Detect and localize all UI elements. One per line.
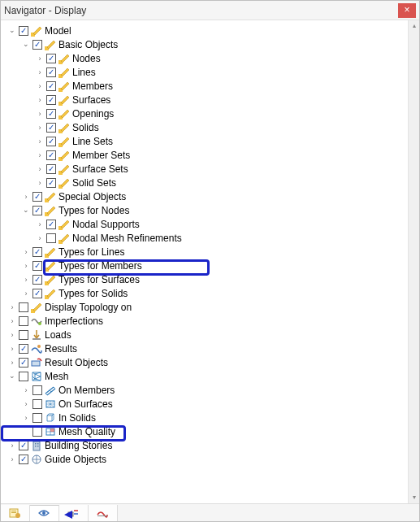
checkbox[interactable] [46, 95, 56, 105]
expand-toggle[interactable] [7, 302, 17, 312]
expand-toggle[interactable] [21, 385, 31, 395]
tree-item-types-for-lines[interactable]: Types for Lines [7, 245, 406, 259]
checkbox[interactable] [32, 399, 42, 409]
checkbox[interactable] [32, 275, 42, 285]
checkbox[interactable] [46, 164, 56, 174]
tree-item-solid-sets[interactable]: Solid Sets [7, 176, 406, 189]
checkbox[interactable] [19, 316, 28, 326]
expand-toggle[interactable] [35, 123, 45, 133]
expand-toggle[interactable] [7, 26, 17, 36]
scroll-down-icon[interactable]: ▾ [409, 492, 419, 503]
expand-toggle[interactable] [35, 54, 45, 63]
checkbox[interactable] [19, 372, 28, 381]
expand-toggle[interactable] [21, 206, 31, 215]
expand-toggle[interactable] [21, 192, 31, 202]
expand-toggle[interactable] [21, 399, 31, 409]
checkbox[interactable] [32, 261, 42, 271]
checkbox[interactable] [19, 455, 28, 464]
tree-item-lines[interactable]: Lines [7, 65, 406, 79]
checkbox[interactable] [32, 413, 42, 423]
checkbox[interactable] [32, 40, 42, 50]
expand-toggle[interactable] [35, 95, 45, 105]
tree-item-types-for-solids[interactable]: Types for Solids [7, 286, 406, 300]
tree-item-loads[interactable]: Loads [7, 328, 406, 341]
tree-item-types-for-nodes[interactable]: Types for Nodes [7, 203, 406, 217]
checkbox[interactable] [46, 137, 56, 146]
expand-toggle[interactable] [7, 455, 17, 464]
tree-item-guide-objects[interactable]: Guide Objects [7, 452, 406, 466]
checkbox[interactable] [46, 150, 56, 160]
tree-item-mesh-quality[interactable]: Mesh Quality [7, 424, 406, 438]
expand-toggle[interactable] [7, 358, 17, 368]
expand-toggle[interactable] [7, 316, 17, 326]
tree-item-display-topology-on[interactable]: Display Topology on [7, 300, 406, 314]
expand-toggle[interactable] [21, 261, 31, 271]
expand-toggle[interactable] [21, 40, 31, 50]
tab-display[interactable] [30, 505, 59, 521]
tree-view[interactable]: Model Basic Objects Nodes Lines Members … [7, 24, 406, 503]
checkbox[interactable] [19, 26, 28, 36]
checkbox[interactable] [32, 206, 42, 215]
tree-item-surfaces[interactable]: Surfaces [7, 93, 406, 107]
expand-toggle[interactable] [21, 289, 31, 298]
expand-toggle[interactable] [21, 413, 31, 423]
tree-item-nodes[interactable]: Nodes [7, 51, 406, 65]
tree-item-basic-objects[interactable]: Basic Objects [7, 37, 406, 51]
expand-toggle[interactable] [35, 233, 45, 243]
tree-item-member-sets[interactable]: Member Sets [7, 148, 406, 162]
scroll-up-icon[interactable]: ▴ [409, 20, 419, 32]
tree-item-line-sets[interactable]: Line Sets [7, 134, 406, 148]
expand-toggle[interactable] [21, 247, 31, 257]
checkbox[interactable] [46, 109, 56, 119]
checkbox[interactable] [19, 441, 28, 450]
tree-item-model[interactable]: Model [7, 24, 406, 37]
tree-item-openings[interactable]: Openings [7, 107, 406, 120]
checkbox[interactable] [46, 81, 56, 91]
checkbox[interactable] [19, 344, 28, 354]
checkbox[interactable] [19, 330, 28, 340]
tree-item-imperfections[interactable]: Imperfections [7, 314, 406, 328]
checkbox[interactable] [46, 54, 56, 63]
tree-item-types-for-surfaces[interactable]: Types for Surfaces [7, 272, 406, 286]
expand-toggle[interactable] [35, 220, 45, 229]
close-button[interactable]: × [398, 3, 416, 18]
checkbox[interactable] [32, 192, 42, 202]
checkbox[interactable] [32, 427, 42, 437]
tree-item-mesh-on-members[interactable]: On Members [7, 383, 406, 397]
checkbox[interactable] [19, 302, 28, 312]
expand-toggle[interactable] [7, 441, 17, 450]
tree-item-nodal-mesh-refinements[interactable]: Nodal Mesh Refinements [7, 231, 406, 245]
tab-data[interactable] [1, 505, 30, 521]
checkbox[interactable] [32, 289, 42, 298]
checkbox[interactable] [32, 247, 42, 257]
expand-toggle[interactable] [7, 372, 17, 381]
tree-item-mesh[interactable]: Mesh [7, 369, 406, 383]
tree-item-solids[interactable]: Solids [7, 120, 406, 134]
checkbox[interactable] [46, 123, 56, 133]
expand-toggle[interactable] [35, 137, 45, 146]
tree-item-surface-sets[interactable]: Surface Sets [7, 162, 406, 176]
tree-item-nodal-supports[interactable]: Nodal Supports [7, 217, 406, 231]
tree-item-types-for-members[interactable]: Types for Members [7, 259, 406, 272]
checkbox[interactable] [32, 385, 42, 395]
tree-item-building-stories[interactable]: Building Stories [7, 438, 406, 452]
expand-toggle[interactable] [35, 109, 45, 119]
scrollbar-vertical[interactable]: ▴ ▾ [408, 20, 419, 503]
expand-toggle[interactable] [7, 344, 17, 354]
checkbox[interactable] [19, 358, 28, 368]
expand-toggle[interactable] [35, 67, 45, 77]
expand-toggle[interactable] [35, 150, 45, 160]
expand-toggle[interactable] [35, 164, 45, 174]
tree-item-results[interactable]: Results [7, 341, 406, 355]
checkbox[interactable] [46, 233, 56, 243]
tree-item-special-objects[interactable]: Special Objects [7, 189, 406, 203]
tree-item-members[interactable]: Members [7, 79, 406, 93]
checkbox[interactable] [46, 67, 56, 77]
expand-toggle[interactable] [7, 330, 17, 340]
tree-item-mesh-in-solids[interactable]: In Solids [7, 411, 406, 424]
checkbox[interactable] [46, 178, 56, 188]
tree-item-result-objects[interactable]: Result Objects [7, 355, 406, 369]
expand-toggle[interactable] [35, 178, 45, 188]
tree-item-mesh-on-surfaces[interactable]: On Surfaces [7, 397, 406, 411]
expand-toggle[interactable] [21, 275, 31, 285]
